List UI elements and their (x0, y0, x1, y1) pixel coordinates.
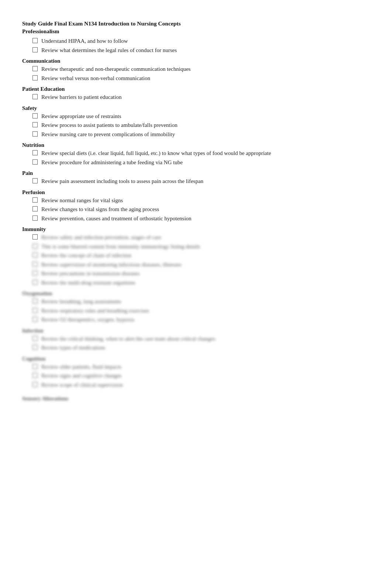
list-item: Review therapeutic and non-therapeutic c… (32, 65, 370, 73)
bullet-icon (32, 159, 38, 165)
bullet-icon (32, 382, 38, 387)
list-item: Review the critical thinking, when to al… (32, 335, 370, 343)
section-heading-cognition: Cognition (22, 356, 370, 362)
footer-text: Sensory Alterations (22, 396, 370, 402)
item-text: Review breathing, lung assessments (41, 297, 121, 306)
bullet-icon (32, 299, 38, 304)
item-text: Review safety and infection prevention, … (41, 233, 161, 242)
item-text: Review the multi-drug resistant organism… (41, 279, 135, 287)
item-text: Review normal ranges for vital signs (41, 196, 123, 205)
list-item: Review nursing care to prevent complicat… (32, 130, 370, 139)
list-item: Review the concept of chain of infection (32, 251, 370, 260)
bullet-icon (32, 206, 38, 211)
bullet-icon (32, 150, 38, 155)
cognition-list: Review older patients, fluid impacts Rev… (32, 363, 370, 389)
list-item: Review scope of clinical supervision (32, 381, 370, 389)
list-item: Review the multi-drug resistant organism… (32, 279, 370, 287)
nutrition-list: Review special diets (i.e. clear liquid,… (32, 149, 370, 166)
item-text: Review prevention, causes and treatment … (41, 214, 192, 223)
oxygenation-list: Review breathing, lung assessments Revie… (32, 297, 370, 324)
item-text: Review changes to vital signs from the a… (41, 205, 159, 214)
item-text: Review respiratory roles and breathing e… (41, 307, 149, 315)
bullet-icon (32, 197, 38, 203)
item-text: Review barriers to patient education (41, 93, 121, 101)
item-text: Review types of medications (41, 344, 106, 352)
page-title-line2: Professionalism (22, 28, 370, 35)
list-item: Review safety and infection prevention, … (32, 233, 370, 242)
bullet-icon (32, 364, 38, 369)
list-item: Review appropriate use of restraints (32, 112, 370, 121)
safety-list: Review appropriate use of restraints Rev… (32, 112, 370, 139)
bullet-icon (32, 244, 38, 249)
item-text: Review procedure for administering a tub… (41, 158, 183, 167)
list-item: Review pain assessment including tools t… (32, 177, 370, 186)
list-item: Review procedure for administering a tub… (32, 158, 370, 167)
section-heading-patient-education: Patient Education (22, 86, 370, 92)
bullet-icon (32, 234, 38, 239)
list-item: Review precautions in transmission disea… (32, 269, 370, 278)
item-text: This is some blurred content from immuni… (41, 242, 200, 251)
section-heading-immunity: Immunity (22, 226, 370, 232)
list-item: Review what determines the legal rules o… (32, 46, 370, 55)
list-item: Review respiratory roles and breathing e… (32, 307, 370, 315)
list-item: This is some blurred content from immuni… (32, 242, 370, 251)
patient-education-list: Review barriers to patient education (32, 93, 370, 101)
item-text: Review process to assist patients to amb… (41, 121, 178, 130)
bullet-icon (32, 113, 38, 118)
list-item: Review verbal versus non-verbal communic… (32, 74, 370, 83)
item-text: Review appropriate use of restraints (41, 112, 121, 121)
item-text: Review the concept of chain of infection (41, 251, 131, 260)
bullet-icon (32, 122, 38, 127)
list-item: Review breathing, lung assessments (32, 297, 370, 306)
bullet-icon (32, 280, 38, 285)
item-text: Understand HIPAA, and how to follow (41, 37, 128, 45)
bullet-icon (32, 178, 38, 183)
section-heading-oxygenation: Oxygenation (22, 290, 370, 297)
item-text: Review special diets (i.e. clear liquid,… (41, 149, 271, 158)
section-heading-pain: Pain (22, 170, 370, 176)
list-item: Review changes to vital signs from the a… (32, 205, 370, 214)
pain-list: Review pain assessment including tools t… (32, 177, 370, 186)
list-item: Review prevention, causes and treatment … (32, 214, 370, 223)
list-item: Review special diets (i.e. clear liquid,… (32, 149, 370, 158)
item-text: Review pain assessment including tools t… (41, 177, 203, 186)
page-title-line1: Study Guide Final Exam N134 Introduction… (22, 20, 370, 27)
item-text: Review precautions in transmission disea… (41, 269, 140, 278)
item-text: Review scope of clinical supervision (41, 381, 123, 389)
section-heading-infection: Infection (22, 328, 370, 334)
item-text: Review nursing care to prevent complicat… (41, 130, 175, 139)
bullet-icon (32, 38, 38, 43)
list-item: Review types of medications (32, 344, 370, 352)
item-text: Review signs and cognitive changes (41, 372, 121, 380)
bullet-icon (32, 252, 38, 258)
item-text: Review the critical thinking, when to al… (41, 335, 215, 343)
section-heading-communication: Communication (22, 58, 370, 64)
communication-list: Review therapeutic and non-therapeutic c… (32, 65, 370, 82)
list-item: Review process to assist patients to amb… (32, 121, 370, 130)
section-heading-perfusion: Perfusion (22, 189, 370, 196)
list-item: Review supervision of monitoring infecti… (32, 261, 370, 269)
bullet-icon (32, 270, 38, 276)
bullet-icon (32, 373, 38, 378)
item-text: Review supervision of monitoring infecti… (41, 261, 182, 269)
section-heading-safety: Safety (22, 105, 370, 111)
list-item: Review barriers to patient education (32, 93, 370, 101)
bullet-icon (32, 336, 38, 341)
bullet-icon (32, 75, 38, 80)
list-item: Review signs and cognitive changes (32, 372, 370, 380)
bullet-icon (32, 94, 38, 99)
document-container: Study Guide Final Exam N134 Introduction… (22, 20, 370, 402)
bullet-icon (32, 47, 38, 52)
list-item: Review older patients, fluid impacts (32, 363, 370, 371)
infection-list: Review the critical thinking, when to al… (32, 335, 370, 352)
list-item: Review normal ranges for vital signs (32, 196, 370, 205)
bullet-icon (32, 317, 38, 322)
bullet-icon (32, 345, 38, 350)
bullet-icon (32, 262, 38, 267)
item-text: Review O2 therapeutics, oxygen, hypoxia (41, 315, 134, 324)
professionalism-list: Understand HIPAA, and how to follow Revi… (32, 37, 370, 54)
bullet-icon (32, 131, 38, 137)
list-item: Understand HIPAA, and how to follow (32, 37, 370, 45)
section-heading-nutrition: Nutrition (22, 142, 370, 148)
item-text: Review older patients, fluid impacts (41, 363, 121, 371)
